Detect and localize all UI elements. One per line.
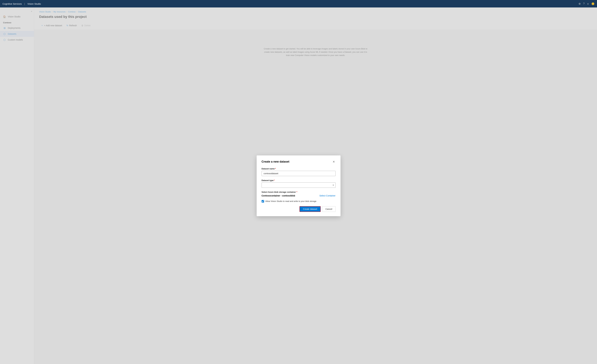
top-navigation: Cognitive Services | Vision Studio ⚙ ? ∨… [0,0,597,8]
modal-header: Create a new dataset ✕ [262,160,336,164]
modal-title: Create a new dataset [262,160,289,163]
blob-permission-checkbox[interactable] [262,200,264,203]
dataset-type-group: Dataset type* ▾ [262,179,336,188]
chevron-down-icon[interactable]: ∨ [587,2,589,5]
storage-row: Contosocontainer - contosoblob Select Co… [262,194,336,197]
storage-label: Select Azure blob storage container * [262,191,336,193]
dataset-type-label: Dataset type* [262,179,336,182]
storage-container-name: Contosocontainer - contosoblob [262,194,295,197]
dataset-type-select-wrapper: ▾ [262,182,336,188]
topnav-divider: | [24,2,25,5]
create-dataset-modal: Create a new dataset ✕ Dataset name* Dat… [257,155,340,216]
dataset-name-input[interactable] [262,171,336,176]
dataset-name-label: Dataset name* [262,167,336,170]
topnav-actions: ⚙ ? ∨ 😊 [579,2,595,5]
dataset-type-select[interactable] [262,182,336,188]
settings-icon[interactable]: ⚙ [579,2,581,5]
dataset-name-group: Dataset name* [262,167,336,176]
modal-close-button[interactable]: ✕ [332,160,336,164]
modal-overlay: Create a new dataset ✕ Dataset name* Dat… [0,8,597,364]
required-star: * [275,167,276,170]
cancel-button[interactable]: Cancel [322,206,336,212]
required-star-storage: * [296,191,297,193]
cognitive-services-label: Cognitive Services [2,2,22,5]
required-star-type: * [274,179,275,182]
blob-permission-label: Allow Vision Studio to read and write to… [265,200,316,202]
select-container-link[interactable]: Select Container [319,194,336,197]
permission-checkbox-row: Allow Vision Studio to read and write to… [262,200,336,203]
help-icon[interactable]: ? [583,2,585,5]
storage-container-group: Select Azure blob storage container * Co… [262,191,336,197]
app-name-label: Vision Studio [27,2,41,5]
modal-footer: Create dataset Cancel [262,206,336,212]
user-icon[interactable]: 😊 [591,2,595,5]
topnav-brand: Cognitive Services | Vision Studio [2,2,41,5]
create-dataset-button[interactable]: Create dataset [299,206,321,212]
